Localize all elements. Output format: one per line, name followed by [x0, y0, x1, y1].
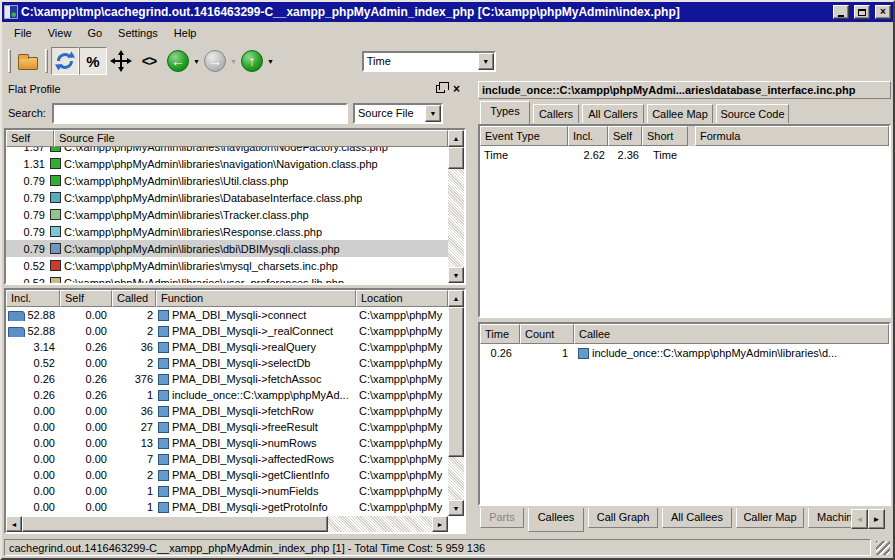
- scroll-right-button[interactable]: ►: [432, 516, 448, 532]
- tab-callees[interactable]: Callees: [528, 508, 584, 532]
- dock-close-icon[interactable]: ×: [453, 82, 460, 96]
- tab-scroll-left-button[interactable]: ◄: [851, 509, 868, 529]
- tab-caller-map[interactable]: Caller Map: [736, 508, 804, 528]
- horizontal-scrollbar[interactable]: ◄ ►: [6, 516, 448, 532]
- scroll-down-button[interactable]: ▼: [448, 267, 464, 283]
- function-row[interactable]: 52.880.002PMA_DBI_Mysqli->_realConnectC:…: [6, 323, 448, 339]
- back-dropdown[interactable]: ▼: [193, 58, 200, 65]
- function-row[interactable]: 0.260.26376PMA_DBI_Mysqli->fetchAssocC:\…: [6, 371, 448, 387]
- scrollbar-thumb[interactable]: [448, 307, 464, 457]
- column-header-incl[interactable]: Incl.: [568, 126, 608, 146]
- scrollbar-track[interactable]: [328, 516, 432, 532]
- function-row[interactable]: 0.000.0036PMA_DBI_Mysqli->fetchRowC:\xam…: [6, 403, 448, 419]
- dock-header[interactable]: Flat Profile ×: [4, 80, 466, 98]
- event-type-row[interactable]: Time 2.62 2.36 Time: [480, 146, 889, 163]
- column-header-called[interactable]: Called: [112, 290, 156, 307]
- source-file-row[interactable]: 0.79C:\xampp\phpMyAdmin\libraries\Databa…: [6, 189, 448, 206]
- column-header-incl[interactable]: Incl.: [6, 290, 60, 307]
- function-cell: PMA_DBI_Mysqli->freeResult: [156, 421, 356, 433]
- percentage-toggle-button[interactable]: %: [79, 47, 107, 75]
- tab-call-graph[interactable]: Call Graph: [588, 508, 658, 528]
- column-header-event-type[interactable]: Event Type: [480, 126, 568, 146]
- column-header-short[interactable]: Short: [642, 126, 688, 146]
- close-button[interactable]: ×: [875, 5, 891, 19]
- column-header-callee[interactable]: Callee: [574, 324, 889, 344]
- forward-dropdown[interactable]: ▼: [230, 58, 237, 65]
- cycle-detection-button[interactable]: <>: [135, 47, 163, 75]
- column-header-source-file[interactable]: Source File: [54, 130, 448, 147]
- dock-float-icon[interactable]: [436, 85, 445, 93]
- scroll-left-button[interactable]: ◄: [6, 516, 22, 532]
- column-header-self[interactable]: Self: [6, 130, 54, 147]
- tab-all-callers[interactable]: All Callers: [582, 104, 644, 123]
- scrollbar-track[interactable]: [448, 457, 464, 500]
- source-file-row[interactable]: 0.79C:\xampp\phpMyAdmin\libraries\Util.c…: [6, 172, 448, 189]
- column-header-count[interactable]: Count: [520, 324, 574, 344]
- tab-callers[interactable]: Callers: [533, 104, 579, 123]
- vertical-scrollbar[interactable]: ▼: [448, 147, 464, 283]
- function-row[interactable]: 0.260.261include_once::C:\xampp\phpMyAd.…: [6, 387, 448, 403]
- tab-parts[interactable]: Parts: [480, 508, 524, 528]
- source-file-row[interactable]: 0.52C:\xampp\phpMyAdmin\libraries\user_p…: [6, 274, 448, 283]
- source-file-row[interactable]: 1.57C:\xampp\phpMyAdmin\libraries\naviga…: [6, 147, 448, 155]
- group-by-selector[interactable]: Source File ▼: [353, 103, 443, 124]
- function-row[interactable]: 52.880.002PMA_DBI_Mysqli->connectC:\xamp…: [6, 307, 448, 323]
- function-row[interactable]: 0.000.007PMA_DBI_Mysqli->affectedRowsC:\…: [6, 451, 448, 467]
- scroll-up-button[interactable]: ▲: [448, 290, 464, 307]
- tab-types[interactable]: Types: [480, 101, 530, 124]
- tab-callee-map[interactable]: Callee Map: [647, 104, 713, 123]
- up-button[interactable]: ↑: [241, 50, 263, 72]
- up-dropdown[interactable]: ▼: [267, 58, 274, 65]
- search-input[interactable]: [52, 103, 348, 124]
- resize-grip-icon[interactable]: [876, 541, 890, 555]
- combo-dropdown-button[interactable]: ▼: [478, 53, 494, 70]
- menu-help[interactable]: Help: [166, 24, 205, 42]
- function-row[interactable]: 0.000.0027PMA_DBI_Mysqli->freeResultC:\x…: [6, 419, 448, 435]
- source-file-row[interactable]: 0.79C:\xampp\phpMyAdmin\libraries\Respon…: [6, 223, 448, 240]
- menu-go[interactable]: Go: [79, 24, 110, 42]
- source-file-row[interactable]: 0.52C:\xampp\phpMyAdmin\libraries\mysql_…: [6, 257, 448, 274]
- column-header-location[interactable]: Location: [356, 290, 448, 307]
- tab-scroll-right-button[interactable]: ►: [868, 509, 885, 529]
- combo-dropdown-button[interactable]: ▼: [425, 105, 441, 122]
- toolbar-grip[interactable]: [45, 49, 48, 73]
- scrollbar-thumb[interactable]: [22, 516, 328, 532]
- scroll-up-button[interactable]: ▲: [448, 130, 464, 147]
- scrollbar-track[interactable]: [448, 169, 464, 267]
- function-row[interactable]: 0.000.0013PMA_DBI_Mysqli->numRowsC:\xamp…: [6, 435, 448, 451]
- column-header-self[interactable]: Self: [608, 126, 642, 146]
- back-button[interactable]: ←: [167, 50, 189, 72]
- column-header-self[interactable]: Self: [60, 290, 112, 307]
- menu-file[interactable]: File: [6, 24, 40, 42]
- call-count: 1: [112, 485, 156, 497]
- column-header-time[interactable]: Time: [480, 324, 520, 344]
- vertical-scrollbar[interactable]: ▼: [448, 307, 464, 516]
- source-file-row[interactable]: 1.31C:\xampp\phpMyAdmin\libraries\naviga…: [6, 155, 448, 172]
- tab-source-code[interactable]: Source Code: [716, 104, 789, 123]
- function-row[interactable]: 0.000.001PMA_DBI_Mysqli->getProtoInfoC:\…: [6, 499, 448, 515]
- callee-row[interactable]: 0.26 1 include_once::C:\xampp\phpMyAdmin…: [480, 344, 889, 362]
- column-header-function[interactable]: Function: [156, 290, 356, 307]
- tab-all-callees[interactable]: All Callees: [662, 508, 732, 528]
- maximize-button[interactable]: [854, 5, 870, 19]
- source-file-row[interactable]: 0.79C:\xampp\phpMyAdmin\libraries\Tracke…: [6, 206, 448, 223]
- scrollbar-thumb[interactable]: [448, 147, 464, 169]
- scroll-down-button[interactable]: ▼: [448, 500, 464, 516]
- function-row[interactable]: 0.520.002PMA_DBI_Mysqli->selectDbC:\xamp…: [6, 355, 448, 371]
- forward-button[interactable]: →: [204, 50, 226, 72]
- open-file-button[interactable]: [14, 47, 42, 75]
- pane-splitter[interactable]: [468, 79, 476, 538]
- column-header-formula[interactable]: Formula: [695, 126, 889, 146]
- function-row[interactable]: 3.140.2636PMA_DBI_Mysqli->realQueryC:\xa…: [6, 339, 448, 355]
- event-type-selector[interactable]: Time ▼: [362, 51, 496, 72]
- menu-view[interactable]: View: [40, 24, 80, 42]
- tab-machine-code[interactable]: Machine: [808, 508, 854, 528]
- reload-button[interactable]: [51, 47, 79, 75]
- source-file-row-selected[interactable]: 0.79C:\xampp\phpMyAdmin\libraries\dbi\DB…: [6, 240, 448, 257]
- function-row[interactable]: 0.000.002PMA_DBI_Mysqli->getClientInfoC:…: [6, 467, 448, 483]
- function-row[interactable]: 0.000.001PMA_DBI_Mysqli->numFieldsC:\xam…: [6, 483, 448, 499]
- expand-areas-button[interactable]: [107, 47, 135, 75]
- menu-settings[interactable]: Settings: [110, 24, 166, 42]
- minimize-button[interactable]: [833, 5, 849, 19]
- toolbar-grip[interactable]: [8, 49, 11, 73]
